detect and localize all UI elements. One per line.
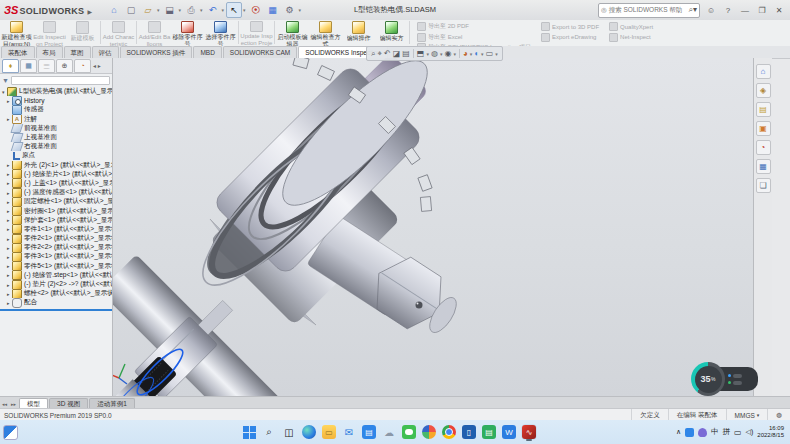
custom-properties-icon[interactable]: ▦ xyxy=(756,159,771,174)
new-document-icon[interactable]: ▢ xyxy=(123,2,139,18)
tray-chevron-icon[interactable]: ∧ xyxy=(676,428,681,436)
save-icon[interactable]: ⬓ xyxy=(162,2,178,18)
tree-item[interactable]: ▸固定螺栓<1> (默认<<默认>_显示 xyxy=(0,197,112,206)
filter-input[interactable] xyxy=(11,76,110,85)
cast-icon[interactable]: ▭ xyxy=(734,428,742,437)
ribbon-button-edit-operation[interactable]: 编辑操作 xyxy=(342,20,375,46)
dropdown-caret-icon[interactable]: ▾ xyxy=(157,7,160,13)
tree-item[interactable]: ▸A注解 xyxy=(0,115,112,124)
ime-language[interactable]: 中 xyxy=(711,427,719,437)
dropdown-caret-icon[interactable]: ▾ xyxy=(481,51,484,57)
previous-view-icon[interactable]: ↶ xyxy=(384,48,391,59)
tree-item[interactable]: 原点 xyxy=(0,151,112,160)
appearances-icon[interactable]: ◔ xyxy=(756,140,771,155)
logo-expand-arrow[interactable]: ▶ xyxy=(87,8,92,15)
volume-icon[interactable]: ◁) xyxy=(746,428,754,436)
tree-item[interactable]: 传感器 xyxy=(0,105,112,114)
tree-item[interactable]: 上视基准面 xyxy=(0,133,112,142)
ribbon-button-new-inspection-project[interactable]: 新建检查项目(amp;N) xyxy=(0,20,33,46)
taskbar-chrome-icon[interactable] xyxy=(442,425,456,439)
zoom-to-fit-icon[interactable]: ⌕ xyxy=(371,48,375,59)
dropdown-caret-icon[interactable]: ▾ xyxy=(453,51,456,57)
tree-item[interactable]: ▸零件2<2> (默认<<默认>_显示状 xyxy=(0,243,112,252)
panel-tab-propertymanager[interactable]: ▦ xyxy=(20,59,37,73)
apply-scene-icon[interactable]: ◐ xyxy=(474,48,479,59)
display-settings-icon[interactable]: ▦ xyxy=(265,2,281,18)
design-library-icon[interactable]: ◈ xyxy=(756,83,771,98)
solidworks-resources-icon[interactable]: ⌂ xyxy=(756,64,771,79)
dropdown-caret-icon[interactable]: ▾ xyxy=(222,7,225,13)
tree-item[interactable]: ▸(-) 绝缘管.step<1> (默认<<默认> xyxy=(0,271,112,280)
print-icon[interactable]: ⎙ xyxy=(183,2,199,18)
tray-app1-icon[interactable] xyxy=(685,428,694,437)
taskbar-search-icon[interactable]: ⌕ xyxy=(261,424,278,441)
ime-mode[interactable]: 拼 xyxy=(723,427,731,437)
tray-app2-icon[interactable] xyxy=(698,428,707,437)
section-view-icon[interactable]: ◪ xyxy=(393,48,401,59)
tab-mbd[interactable]: MBD xyxy=(193,46,221,58)
tab-solidworks-插件[interactable]: SOLIDWORKS 插件 xyxy=(120,46,193,58)
hide-show-items-icon[interactable]: ◉ xyxy=(444,48,451,59)
taskbar-notes-icon[interactable]: ▤ xyxy=(482,425,496,439)
taskbar-wps-icon[interactable]: W xyxy=(502,425,516,439)
taskbar-clock[interactable]: 16:09 2022/8/15 xyxy=(757,425,784,439)
panel-tab-configurationmanager[interactable]: 𝄚 xyxy=(38,59,55,73)
tree-item[interactable]: ▸(-) 温度传感器<1> (默认<<默认>_ xyxy=(0,188,112,197)
ribbon-button-edit-instance[interactable]: 编辑实方 xyxy=(375,20,408,46)
taskbar-browser-icon[interactable] xyxy=(422,425,436,439)
view-palette-icon[interactable]: ▣ xyxy=(756,121,771,136)
options-icon[interactable]: ⚙ xyxy=(282,2,298,18)
panel-tab-featuremanager[interactable]: ♦ xyxy=(2,59,19,73)
taskbar-solidworks-icon[interactable]: ∿ xyxy=(522,425,536,439)
select-icon[interactable]: ↖ xyxy=(226,2,242,18)
taskbar-store-icon[interactable]: ▤ xyxy=(362,425,376,439)
dropdown-caret-icon[interactable]: ▾ xyxy=(470,51,473,57)
dropdown-caret-icon[interactable]: ▾ xyxy=(243,7,246,13)
dynamic-annotation-icon[interactable]: ▤ xyxy=(402,48,410,59)
taskbar-wechat-icon[interactable] xyxy=(402,425,416,439)
dropdown-caret-icon[interactable]: ▾ xyxy=(426,51,429,57)
tab-草图[interactable]: 草图 xyxy=(64,46,91,58)
tree-item[interactable]: ▸(-) 绝缘垫片<1> (默认<<默认>_显 xyxy=(0,170,112,179)
tree-item[interactable]: 右视基准面 xyxy=(0,142,112,151)
tree-item[interactable]: ▸History xyxy=(0,96,112,105)
home-icon[interactable]: ⌂ xyxy=(106,2,122,18)
tree-item[interactable]: ▸(-) 垫片 (2)<2> ->? (默认<<默认> xyxy=(0,280,112,289)
edit-appearance-icon[interactable]: ◕ xyxy=(463,48,468,59)
panel-tab-dimxpertmanager[interactable]: ⊕ xyxy=(56,59,73,73)
tree-item[interactable]: ▸零件2<1> (默认<<默认>_显示状 xyxy=(0,234,112,243)
restore-button[interactable]: ❐ xyxy=(756,6,768,15)
panel-tab-displaymanager[interactable]: ◔ xyxy=(74,59,91,73)
ribbon-button-edit-inspection-method[interactable]: 编辑检查方式 xyxy=(309,20,342,46)
ribbon-button-launch-template-editor[interactable]: 启动模板编辑器 xyxy=(276,20,309,46)
tree-item[interactable]: ▸外壳 (2)<1> (默认<<默认>_显示状 xyxy=(0,161,112,170)
undo-icon[interactable]: ↶ xyxy=(205,2,221,18)
dropdown-caret-icon[interactable]: ▾ xyxy=(495,51,498,57)
model-thermocouple-assembly[interactable] xyxy=(113,58,772,396)
battery-widget[interactable]: 35% xyxy=(691,362,758,396)
ribbon-button-select-balloons[interactable]: 选择零件序号 xyxy=(204,20,237,46)
dropdown-caret-icon[interactable]: ▾ xyxy=(440,51,443,57)
taskbar-mail-icon[interactable]: ✉ xyxy=(341,424,358,441)
dropdown-caret-icon[interactable]: ▾ xyxy=(179,7,182,13)
taskbar-start-icon[interactable] xyxy=(241,424,258,441)
tree-item[interactable]: ▸配合 xyxy=(0,298,112,307)
dpi-button[interactable] xyxy=(733,374,742,378)
view-orientation-icon[interactable]: ⬒ xyxy=(417,48,425,59)
zoom-to-area-icon[interactable]: ⌖ xyxy=(377,48,382,59)
ribbon-button-remove-balloons[interactable]: 移除零件序号 xyxy=(171,20,204,46)
tree-root[interactable]: ▾L型铠装热电偶 (默认<默认_显示状态-1> xyxy=(0,87,112,96)
mode-button[interactable] xyxy=(733,381,742,385)
dropdown-caret-icon[interactable]: ▾ xyxy=(200,7,203,13)
close-button[interactable]: ✕ xyxy=(773,6,785,15)
display-style-icon[interactable]: ◍ xyxy=(431,48,438,59)
tree-item[interactable]: ▸零件1<1> (默认<<默认>_显示状 xyxy=(0,225,112,234)
graphics-viewport[interactable]: 35% ⌂◈▤▣◔▦❏ xyxy=(113,58,772,396)
user-icon[interactable]: ☺ xyxy=(705,6,717,15)
taskbar-task-view-icon[interactable]: ◫ xyxy=(281,424,298,441)
tree-item[interactable]: ▸螺栓<2> (默认<<默认>_显示状态 xyxy=(0,289,112,298)
tree-item[interactable]: ▸密封圈<1> (默认<<默认>_显示状 xyxy=(0,206,112,215)
solidworks-forum-icon[interactable]: ❏ xyxy=(756,178,771,193)
search-box[interactable]: ◎ 搜索 SOLIDWORKS 帮助 ⌕▾ xyxy=(598,3,700,18)
taskbar-file-explorer-icon[interactable]: ▭ xyxy=(322,425,336,439)
